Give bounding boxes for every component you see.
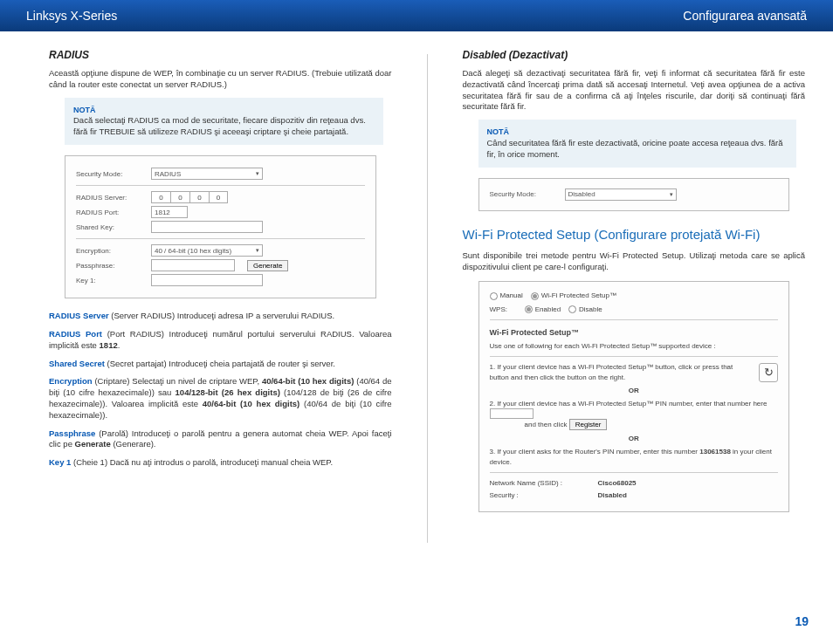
page-number: 19: [795, 614, 809, 628]
wps-intro: Sunt disponibile trei metode pentru Wi-F…: [463, 250, 806, 273]
passphrase-label: Passphrase:: [76, 262, 139, 270]
wps-push-button-icon[interactable]: ↻: [759, 363, 778, 382]
wps-heading: Wi-Fi Protected Setup (Configurare prote…: [463, 227, 806, 242]
security-value: Disabled: [598, 490, 627, 500]
column-divider: [427, 54, 428, 543]
manual-radio[interactable]: [490, 292, 498, 300]
wps-or-2: OR: [490, 434, 779, 443]
secmode-select[interactable]: RADIUS: [151, 168, 263, 180]
secmode-select[interactable]: Disabled: [565, 188, 677, 201]
key1-input[interactable]: [151, 274, 263, 286]
header-right: Configurarea avansată: [683, 9, 807, 23]
radius-port-input[interactable]: 1812: [151, 206, 188, 218]
def-radius-port: RADIUS Port (Port RADIUS) Introduceţi nu…: [49, 329, 392, 352]
left-column: RADIUS Această opţiune dispune de WEP, î…: [49, 49, 392, 543]
def-passphrase: Passphrase (Parolă) Introduceţi o parolă…: [49, 428, 392, 451]
secmode-label: Security Mode:: [76, 170, 139, 178]
radius-server-ip[interactable]: 0 0 0 0: [151, 191, 228, 203]
page-content: RADIUS Această opţiune dispune de WEP, î…: [0, 31, 833, 543]
note-label: NOTĂ: [73, 106, 96, 114]
note-label: NOTĂ: [487, 127, 510, 136]
shared-key-label: Shared Key:: [76, 223, 139, 231]
radius-settings-panel: Security Mode: RADIUS RADIUS Server: 0 0…: [65, 155, 376, 298]
wps-disable-radio[interactable]: [568, 305, 576, 313]
register-button[interactable]: Register: [569, 419, 608, 430]
def-shared-secret: Shared Secret (Secret partajat) Introduc…: [49, 359, 392, 370]
encryption-label: Encryption:: [76, 247, 139, 255]
encryption-select[interactable]: 40 / 64-bit (10 hex digits): [151, 244, 263, 257]
disabled-intro: Dacă alegeţi să dezactivaţi securitatea …: [463, 68, 806, 113]
disabled-note: NOTĂ Când securitatea fără fir este deza…: [478, 120, 797, 167]
note-body: Dacă selectaţi RADIUS ca mod de securita…: [73, 115, 366, 136]
key1-label: Key 1:: [76, 277, 139, 284]
shared-key-input[interactable]: [151, 221, 263, 233]
wps-step2: 2. If your client device has a Wi-Fi Pro…: [490, 399, 779, 430]
ssid-label: Network Name (SSID) :: [490, 478, 586, 488]
generate-button[interactable]: Generate: [247, 260, 288, 271]
disabled-settings-panel: Security Mode: Disabled: [478, 178, 790, 211]
def-radius-server: RADIUS Server (Server RADIUS) Introduceţ…: [49, 311, 392, 322]
right-column: Disabled (Dezactivat) Dacă alegeţi să de…: [463, 49, 806, 543]
page-header: Linksys X-Series Configurarea avansată: [0, 0, 833, 31]
wps-panel: Manual Wi-Fi Protected Setup™ WPS: Enabl…: [478, 281, 790, 512]
radius-intro: Această opţiune dispune de WEP, în combi…: [49, 68, 392, 91]
radius-server-label: RADIUS Server:: [76, 194, 139, 202]
wps-subtitle: Use one of following for each Wi-Fi Prot…: [490, 341, 779, 351]
secmode-label: Security Mode:: [490, 190, 553, 198]
passphrase-input[interactable]: [151, 259, 235, 271]
wps-title: Wi-Fi Protected Setup™: [490, 327, 779, 339]
radius-title: RADIUS: [49, 49, 392, 61]
wps-enabled-radio[interactable]: [525, 305, 533, 313]
wps-step1: 1. If your client device has a Wi-Fi Pro…: [490, 362, 751, 381]
wps-pin-input[interactable]: [490, 408, 534, 419]
radius-note: NOTĂ Dacă selectaţi RADIUS ca mod de sec…: [65, 98, 383, 145]
radius-port-label: RADIUS Port:: [76, 209, 139, 216]
wps-or-1: OR: [490, 386, 779, 395]
def-key1: Key 1 (Cheie 1) Dacă nu aţi introdus o p…: [49, 457, 392, 469]
header-left: Linksys X-Series: [26, 9, 117, 23]
ssid-value: Cisco68025: [598, 478, 637, 488]
wps-step3: 3. If your client asks for the Router's …: [490, 447, 779, 466]
note-body: Când securitatea fără fir este dezactiva…: [487, 138, 783, 159]
def-encryption: Encryption (Criptare) Selectaţi un nivel…: [49, 376, 392, 421]
wps-radio[interactable]: [531, 292, 539, 300]
security-label: Security :: [490, 490, 586, 500]
disabled-title: Disabled (Dezactivat): [463, 49, 806, 61]
